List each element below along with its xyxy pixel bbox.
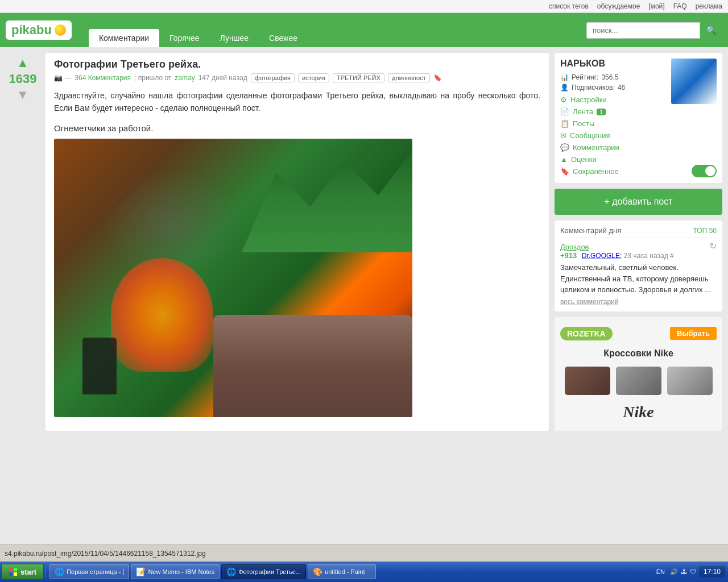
comment-more-link-container: весь комментарий (560, 298, 717, 306)
nav-tab-comments[interactable]: Комментарии (89, 29, 159, 47)
taskbar-item-paint-label: untitled - Paint (325, 568, 365, 575)
taskbar-item-notes-label: New Memo - IBM Notes (148, 568, 214, 575)
topbar-link-my[interactable]: [мой] (648, 2, 664, 10)
nav-tab-fresh[interactable]: Свежее (259, 29, 308, 47)
tag-reich[interactable]: ТРЕТИЙ РЕЙХ (333, 73, 384, 82)
start-button[interactable]: start (1, 564, 44, 580)
topbar-link-faq[interactable]: FAQ (673, 2, 687, 10)
svg-rect-0 (9, 568, 13, 571)
bookmark-icon[interactable]: 🔖 (433, 74, 442, 82)
statusbar-url: s4.pikabu.ru/post_img/2015/11/04/5/14466… (0, 550, 728, 558)
shoe-image-bottom (667, 367, 713, 395)
toggle-switch[interactable] (692, 165, 717, 177)
refresh-icon[interactable]: ↻ (709, 240, 717, 251)
svg-rect-1 (14, 568, 17, 571)
tag-long[interactable]: длиннопост (388, 73, 430, 82)
fire-effect (111, 258, 213, 372)
vote-up-button[interactable]: ▲ (16, 56, 29, 70)
taskbar-item-notes[interactable]: 📝 New Memo - IBM Notes (131, 564, 220, 579)
main-navigation: Комментарии Горячее Лучшее Свежее (83, 13, 308, 47)
top50-link[interactable]: ТОП 50 (693, 227, 717, 235)
post-image-caption: Огнеметчики за работой. (54, 123, 540, 133)
logo-ball-icon (55, 24, 66, 36)
menu-posts[interactable]: 📋 Посты (560, 118, 717, 130)
site-header: pikabu Комментарии Горячее Лучшее Свежее… (0, 13, 728, 47)
post-body-text: Здравствуйте, случайно нашла фотографии … (54, 89, 540, 115)
menu-comments[interactable]: 💬 Комментарии (560, 142, 717, 153)
vote-column: ▲ 1639 ▼ (6, 53, 40, 431)
post-author-link[interactable]: zamay (175, 74, 195, 82)
nav-tab-best[interactable]: Лучшее (210, 29, 259, 47)
comment-body-text: Замечательный, светлый человек. Единстве… (560, 262, 717, 296)
svg-rect-2 (9, 572, 13, 576)
avatar (671, 59, 717, 104)
nike-swoosh-icon: Nike (623, 403, 653, 421)
soldier-figure (82, 338, 117, 394)
tag-history[interactable]: история (298, 73, 329, 82)
ie-icon: 🌐 (55, 567, 64, 576)
system-clock: 17:10 (699, 566, 725, 577)
taskbar-sys-icon2: 🖧 (681, 568, 687, 575)
toggle-container (692, 165, 717, 177)
post-image (54, 139, 412, 417)
saved-icon: 🔖 (560, 167, 569, 176)
search-area: 🔍 (586, 22, 722, 39)
topbar-link-discussed[interactable]: обсуждаемое (597, 2, 640, 10)
topbar-link-tags[interactable]: список тегов (549, 2, 589, 10)
post-meta-icon: 📷 — (54, 74, 71, 82)
search-button[interactable]: 🔍 (700, 22, 722, 39)
rozetka-choose-button[interactable]: Выбрать (670, 327, 717, 340)
vote-count: 1639 (9, 72, 37, 86)
sandbags-visual (213, 315, 412, 417)
comment-more-link[interactable]: весь комментарий (560, 298, 618, 306)
comment-of-day-header: Комментарий дня ТОП 50 (560, 226, 717, 238)
ad-product-title: Кроссовки Nike (603, 348, 673, 359)
add-post-button[interactable]: + добавить пост (555, 189, 722, 215)
subscribers-icon: 👤 (560, 84, 569, 92)
comments-icon: 💬 (560, 143, 569, 152)
taskbar-item-homepage[interactable]: 🌐 Первая страница - [ (49, 564, 129, 579)
language-indicator: EN (654, 567, 667, 576)
feed-icon: 📄 (560, 107, 569, 116)
taskbar-item-paint[interactable]: 🎨 untitled - Paint (308, 564, 376, 579)
post-time: 147 дней назад (198, 74, 247, 82)
trees-visual (242, 139, 412, 252)
taskbar-sys-icon3: 🛡 (690, 568, 696, 575)
svg-rect-3 (14, 572, 17, 576)
settings-menu-icon: ⚙ (560, 95, 567, 104)
post-content: Фотографии Третьего рейха. 📷 — 364 Комме… (46, 53, 549, 431)
messages-icon: ✉ (560, 131, 566, 140)
feed-badge: 1 (597, 109, 606, 115)
ad-header: ROZETKA Выбрать (560, 327, 717, 340)
comment-meta: +913 Dr.GOOGLE; 23 часа назад # (560, 251, 717, 260)
nav-tab-hot[interactable]: Горячее (159, 29, 210, 47)
taskbar-item-pikabu[interactable]: 🌐 Фотографии Третье... (221, 564, 306, 579)
browser-statusbar: s4.pikabu.ru/post_img/2015/11/04/5/14466… (0, 544, 728, 562)
commenter-name-link[interactable]: Дроздов (560, 243, 589, 251)
rozetka-logo: ROZETKA (560, 327, 613, 340)
user-panel: НАРЬКОВ ⚙ 📊 Рейтинг: 356.5 👤 Подписчиков… (555, 53, 722, 183)
post-comments-link[interactable]: 364 Комментария (75, 74, 131, 82)
search-input[interactable] (586, 22, 700, 39)
shoes-display (565, 367, 713, 395)
rozetka-brand-text: ROZETKA (567, 329, 606, 338)
advertisement-banner: ROZETKA Выбрать Кроссовки Nike Nike (555, 317, 722, 431)
top-navigation-bar: список тегов обсуждаемое [мой] FAQ рекла… (0, 0, 728, 13)
tag-photo[interactable]: фотография (251, 73, 295, 82)
vote-down-button[interactable]: ▼ (16, 88, 29, 102)
toggle-knob (705, 166, 715, 176)
logo[interactable]: pikabu (6, 20, 72, 40)
menu-messages[interactable]: ✉ Сообщения (560, 130, 717, 142)
posts-icon: 📋 (560, 119, 569, 128)
post-image-visual (54, 139, 412, 417)
paint-icon: 🎨 (313, 567, 322, 576)
ad-inner-content: ROZETKA Выбрать Кроссовки Nike Nike (555, 317, 722, 431)
menu-ratings[interactable]: ▲ Оценки (560, 153, 717, 165)
topbar-link-ad[interactable]: реклама (696, 2, 722, 10)
shoe-image-right (616, 367, 661, 395)
menu-feed[interactable]: 📄 Лента 1 (560, 106, 717, 118)
comment-of-day-panel: Комментарий дня ТОП 50 ↻ Дроздов +913 Dr… (555, 221, 722, 311)
taskbar-sys-icon1: 🔊 (670, 568, 678, 576)
post-meta: 📷 — 364 Комментария ; пришло от zamay 14… (54, 73, 540, 82)
comment-user2-link[interactable]: Dr.GOOGLE; (582, 252, 622, 260)
